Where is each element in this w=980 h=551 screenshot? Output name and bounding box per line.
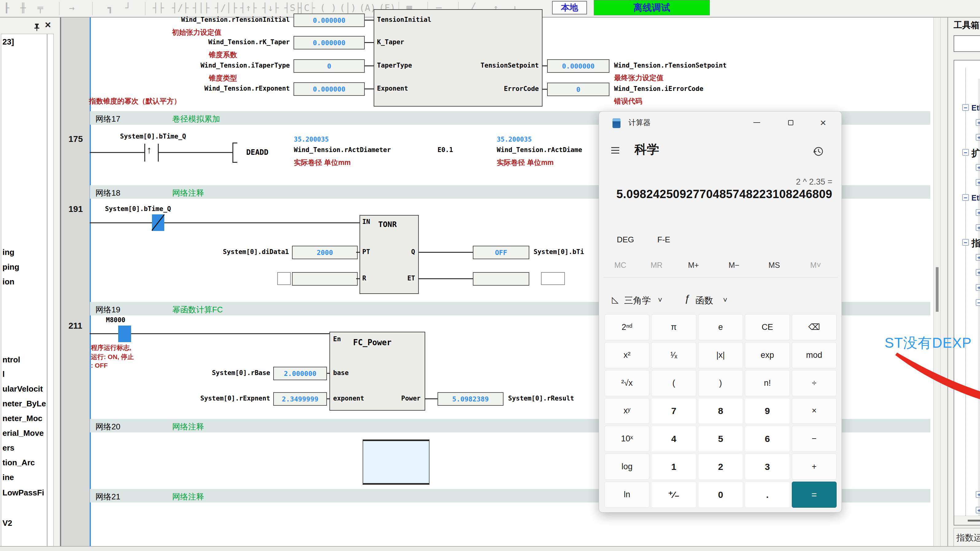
key-decimal[interactable]: . — [745, 482, 790, 508]
contact-label[interactable]: System[0].bTime_Q — [105, 205, 171, 213]
fe-button[interactable]: F-E — [657, 235, 670, 244]
list-item[interactable]: ion — [2, 277, 14, 287]
tree-expand-icon[interactable]: + — [976, 254, 980, 261]
scrollbar-thumb[interactable] — [968, 520, 980, 522]
operand-label[interactable]: System[0].rBase — [166, 369, 270, 377]
list-item[interactable]: LowPassFi — [2, 488, 44, 498]
calculator-expression[interactable]: 2 ^ 2.35 = — [796, 177, 832, 187]
key-exp[interactable]: exp — [745, 342, 790, 368]
key-ln[interactable]: ln — [605, 482, 649, 508]
empty-value-box[interactable] — [292, 272, 358, 286]
operand-label[interactable]: Wind_Tension.rActDiame — [497, 146, 582, 154]
empty-operand-box[interactable] — [541, 272, 565, 285]
wire-right-icon[interactable]: → — [69, 2, 75, 13]
operand-label[interactable]: Wind_Tension.rTensionSetpoint — [614, 62, 727, 69]
pin-icon[interactable] — [34, 23, 40, 31]
calculator-result[interactable]: 5.0982425092770485748223108246809 — [616, 188, 832, 201]
list-item[interactable]: ularVelocit — [2, 384, 43, 394]
tree-expand-icon[interactable]: + — [976, 179, 980, 186]
tree-expand-icon[interactable]: + — [976, 164, 980, 171]
list-item[interactable]: ers — [2, 443, 14, 453]
key-negate[interactable]: ⁺⁄₋ — [651, 482, 696, 508]
key-7[interactable]: 7 — [651, 398, 696, 424]
list-item[interactable]: ine — [2, 473, 14, 482]
contact-falling-icon[interactable]: ┤↓├ — [262, 2, 279, 13]
key-4[interactable]: 4 — [651, 426, 696, 452]
ladder-parallel-icon[interactable]: ╫ — [20, 2, 26, 13]
key-factorial[interactable]: n! — [745, 370, 790, 396]
key-reciprocal[interactable]: ¹⁄ₓ — [651, 342, 696, 368]
value-box[interactable]: 0 — [547, 83, 609, 96]
key-pi[interactable]: π — [651, 314, 696, 340]
minimize-button[interactable] — [748, 115, 765, 131]
coil-i-icon[interactable]: (│) — [340, 2, 356, 13]
key-power[interactable]: xʸ — [605, 398, 649, 424]
key-5[interactable]: 5 — [698, 426, 743, 452]
value-box[interactable]: 0 — [294, 59, 365, 73]
tree-collapse-icon[interactable]: − — [962, 239, 969, 246]
tree-collapse-icon[interactable]: − — [962, 194, 969, 201]
list-item[interactable]: ntrol — [2, 355, 20, 365]
list-item[interactable]: neter_Moc — [2, 414, 42, 423]
operand-label[interactable]: System[0].bTi — [534, 248, 584, 256]
tree-expand-icon[interactable]: + — [976, 209, 980, 216]
tree-collapse-icon[interactable]: − — [976, 299, 980, 306]
key-square[interactable]: x² — [605, 342, 649, 368]
block-title[interactable]: FC_Power — [353, 338, 391, 347]
trigonometry-dropdown[interactable]: 三角学 — [624, 295, 651, 307]
key-8[interactable]: 8 — [698, 398, 743, 424]
toolbox-search-input[interactable] — [954, 35, 980, 52]
key-9[interactable]: 9 — [745, 398, 790, 424]
tree-root-label[interactable]: 扩 — [971, 147, 980, 160]
memory-flyout-button[interactable]: M˅ — [810, 261, 821, 270]
value-box[interactable]: 0.000000 — [294, 82, 365, 96]
list-item[interactable]: V2 — [2, 518, 12, 528]
list-item[interactable]: neter_ByLe — [2, 399, 46, 408]
key-backspace[interactable]: ⌫ — [792, 314, 837, 340]
key-divide[interactable]: ÷ — [792, 370, 837, 396]
function-dropdown[interactable]: 函数 — [695, 295, 713, 307]
wire-down-icon[interactable]: ┓ — [107, 2, 113, 13]
calculator-titlebar[interactable]: 计算器 × — [599, 111, 842, 134]
maximize-button[interactable] — [782, 115, 799, 131]
key-2nd[interactable]: 2ⁿᵈ — [605, 314, 649, 340]
contact-n-icon[interactable]: ┤/│├ — [215, 2, 237, 13]
history-icon[interactable] — [812, 145, 824, 158]
tree-collapse-icon[interactable]: − — [962, 149, 969, 156]
operand-label[interactable]: Wind_Tension.iErrorCode — [614, 85, 703, 92]
key-3[interactable]: 3 — [745, 454, 790, 480]
operand-label[interactable]: Wind_Tension.iTaperType — [104, 62, 290, 69]
close-panel-icon[interactable]: × — [45, 19, 51, 31]
no-contact-selected[interactable] — [118, 326, 131, 342]
value-box[interactable]: 2000 — [292, 246, 358, 259]
tree-expand-icon[interactable]: + — [976, 134, 980, 141]
key-add[interactable]: + — [792, 454, 837, 480]
key-abs[interactable]: |x| — [698, 342, 743, 368]
memory-clear-button[interactable]: MC — [614, 261, 626, 270]
list-item[interactable]: ping — [2, 262, 19, 272]
memory-add-button[interactable]: M+ — [688, 261, 699, 270]
ladder-branch-icon[interactable]: ┠ — [4, 2, 9, 13]
tree-root-label[interactable]: 指 — [971, 237, 980, 250]
contact-label[interactable]: M8000 — [106, 316, 125, 324]
scrollbar-thumb[interactable] — [936, 267, 939, 312]
tree-root-label[interactable]: Eth — [971, 104, 980, 112]
tree-expand-icon[interactable]: + — [976, 284, 980, 291]
key-open-paren[interactable]: ( — [651, 370, 696, 396]
key-6[interactable]: 6 — [745, 426, 790, 452]
tree-collapse-icon[interactable]: − — [962, 104, 969, 111]
tree-expand-icon[interactable]: + — [976, 491, 980, 498]
list-item[interactable]: l — [2, 369, 5, 379]
instruction-name[interactable]: DEADD — [246, 148, 268, 157]
operand-label[interactable]: Wind_Tension.rK_Taper — [104, 38, 290, 46]
key-multiply[interactable]: × — [792, 398, 837, 424]
key-1[interactable]: 1 — [651, 454, 696, 480]
coil-icon[interactable]: ( ) — [320, 2, 336, 13]
close-button[interactable]: × — [815, 115, 832, 131]
tree-expand-icon[interactable]: + — [976, 269, 980, 276]
angle-unit-button[interactable]: DEG — [617, 235, 634, 244]
key-e[interactable]: e — [698, 314, 743, 340]
calculator-mode-label[interactable]: 科学 — [635, 141, 659, 158]
empty-operand-box[interactable] — [277, 272, 291, 285]
value-box[interactable]: 0.000000 — [294, 36, 365, 49]
